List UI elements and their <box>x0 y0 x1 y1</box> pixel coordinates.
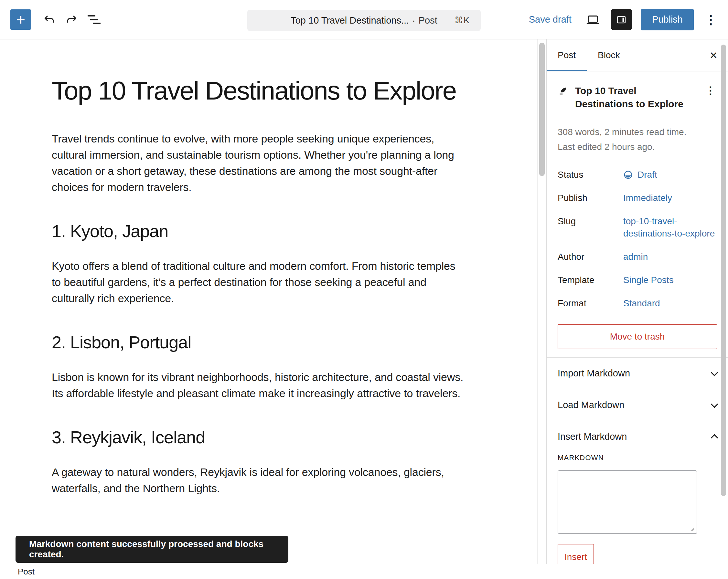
post-title-block[interactable]: Top 10 Travel Destinations to Explore <box>52 76 520 106</box>
field-row-status: Status Draft <box>557 169 717 181</box>
redo-button[interactable] <box>63 11 81 29</box>
field-label: Author <box>557 251 623 263</box>
chevron-down-icon <box>711 400 718 408</box>
ellipsis-v-icon: ⋮ <box>705 13 717 27</box>
paragraph-block-kyoto[interactable]: Kyoto offers a blend of traditional cult… <box>52 258 466 306</box>
author-button[interactable]: admin <box>623 251 648 263</box>
chevron-up-icon <box>711 434 718 441</box>
slug-button[interactable]: top-10-travel-destinations-to-explore <box>623 215 717 240</box>
post-fields: Status Draft Publish Immediately Slug to… <box>547 155 728 309</box>
markdown-field-label: MARKDOWN <box>557 453 717 462</box>
panel-import-markdown: Import Markdown <box>547 357 728 389</box>
paragraph-block-intro[interactable]: Travel trends continue to evolve, with m… <box>52 131 466 195</box>
status-value-button[interactable]: Draft <box>623 169 657 181</box>
field-label: Format <box>557 297 623 309</box>
field-row-author: Author admin <box>557 251 717 263</box>
field-row-format: Format Standard <box>557 297 717 309</box>
undo-button[interactable] <box>40 11 58 29</box>
post-summary-title: Top 10 Travel Destinations to Explore <box>575 84 697 110</box>
command-bar-title: Top 10 Travel Destinations... <box>291 15 409 26</box>
tab-block[interactable]: Block <box>587 39 631 71</box>
draft-status-icon <box>623 170 633 180</box>
command-center-bar[interactable]: Top 10 Travel Destinations... · Post ⌘K <box>247 10 481 31</box>
command-bar-context: Post <box>419 15 437 26</box>
panel-title: Insert Markdown <box>557 431 627 442</box>
field-row-template: Template Single Posts <box>557 274 717 286</box>
editor-scrollbar-track <box>537 39 547 564</box>
post-summary: Top 10 Travel Destinations to Explore ⋮ … <box>547 72 728 155</box>
sidebar-panels: Import Markdown Load Markdown Insert Mar… <box>547 357 728 579</box>
toolbar-right-group: Save draft Publish ⋮ <box>526 0 719 39</box>
field-row-publish: Publish Immediately <box>557 192 717 204</box>
command-bar-separator: · <box>412 15 415 26</box>
field-row-slug: Slug top-10-travel-destinations-to-explo… <box>557 215 717 240</box>
redo-icon <box>65 13 78 26</box>
heading-block-reykjavik[interactable]: 3. Reykjavik, Iceland <box>52 427 520 447</box>
field-label: Status <box>557 169 623 181</box>
template-button[interactable]: Single Posts <box>623 274 674 286</box>
resize-handle-icon[interactable] <box>691 527 694 531</box>
preview-button[interactable] <box>584 11 602 29</box>
editor-top-bar: + Top 10 Travel Destinations... · Post ⌘… <box>0 0 728 39</box>
panel-title: Import Markdown <box>557 368 630 379</box>
word-count-text: 308 words, 2 minutes read time. <box>557 125 717 140</box>
markdown-textarea-wrap <box>557 470 697 535</box>
field-label: Slug <box>557 215 623 227</box>
field-label: Publish <box>557 192 623 204</box>
status-value-text: Draft <box>638 169 657 181</box>
toast-notification[interactable]: Markdown content successfully processed … <box>16 536 288 563</box>
undo-icon <box>43 13 56 26</box>
close-icon: ✕ <box>709 50 718 60</box>
paragraph-block-lisbon[interactable]: Lisbon is known for its vibrant neighbor… <box>52 369 466 401</box>
toast-message: Markdown content successfully processed … <box>29 539 288 560</box>
sidebar-panel-icon <box>616 14 627 25</box>
paragraph-block-reykjavik[interactable]: A gateway to natural wonders, Reykjavik … <box>52 464 466 496</box>
settings-sidebar: Post Block ✕ Top 10 Travel Destinations … <box>546 39 728 579</box>
chevron-down-icon <box>711 369 718 376</box>
block-breadcrumb-bar: Post <box>0 564 728 579</box>
panel-toggle-import-markdown[interactable]: Import Markdown <box>547 358 728 389</box>
document-overview-button[interactable] <box>85 11 103 29</box>
laptop-icon <box>586 13 600 27</box>
panel-toggle-load-markdown[interactable]: Load Markdown <box>547 389 728 421</box>
editor-scrollbar-thumb[interactable] <box>539 43 545 176</box>
command-shortcut: ⌘K <box>454 15 470 26</box>
heading-block-lisbon[interactable]: 2. Lisbon, Portugal <box>52 332 520 352</box>
sidebar-tabs: Post Block ✕ <box>547 39 728 72</box>
sidebar-scrollbar-thumb[interactable] <box>721 45 726 496</box>
ellipsis-v-icon: ⋮ <box>705 85 716 96</box>
insert-markdown-panel-body: MARKDOWN Insert <box>547 452 728 579</box>
markdown-textarea[interactable] <box>557 470 697 534</box>
tab-post[interactable]: Post <box>547 39 587 71</box>
save-draft-button[interactable]: Save draft <box>526 12 575 27</box>
post-meta: 308 words, 2 minutes read time. Last edi… <box>557 125 717 155</box>
panel-title: Load Markdown <box>557 400 624 410</box>
last-edited-text: Last edited 2 hours ago. <box>557 140 717 155</box>
publish-date-button[interactable]: Immediately <box>623 192 672 204</box>
post-leaf-icon <box>557 86 568 96</box>
close-sidebar-button[interactable]: ✕ <box>708 48 719 62</box>
publish-button[interactable]: Publish <box>641 9 694 30</box>
editor-canvas: Top 10 Travel Destinations to Explore Tr… <box>0 39 546 564</box>
field-label: Template <box>557 274 623 286</box>
toolbar-left-group: + <box>10 0 103 39</box>
post-summary-header: Top 10 Travel Destinations to Explore ⋮ <box>557 84 717 110</box>
post-actions-button[interactable]: ⋮ <box>704 84 717 96</box>
list-view-icon <box>87 15 101 24</box>
add-block-button[interactable]: + <box>10 9 31 30</box>
options-menu-button[interactable]: ⋮ <box>703 13 719 26</box>
move-to-trash-button[interactable]: Move to trash <box>557 324 717 349</box>
panel-load-markdown: Load Markdown <box>547 389 728 421</box>
panel-toggle-insert-markdown[interactable]: Insert Markdown <box>547 421 728 452</box>
plus-icon: + <box>16 12 25 27</box>
heading-block-kyoto[interactable]: 1. Kyoto, Japan <box>52 221 520 241</box>
breadcrumb-post[interactable]: Post <box>18 567 34 577</box>
settings-sidebar-toggle[interactable] <box>611 9 632 30</box>
format-button[interactable]: Standard <box>623 297 660 309</box>
panel-insert-markdown: Insert Markdown MARKDOWN Insert <box>547 421 728 579</box>
